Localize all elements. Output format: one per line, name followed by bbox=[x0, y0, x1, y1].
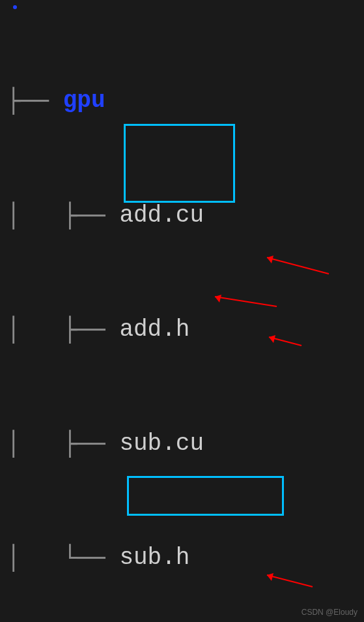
watermark: CSDN @Eloudy bbox=[301, 606, 357, 619]
dot-marker bbox=[13, 5, 17, 9]
file-sub-h: sub.h bbox=[119, 539, 189, 577]
file-sub-cu: sub.cu bbox=[119, 425, 204, 463]
file-add-cu: add.cu bbox=[119, 197, 204, 235]
dir-gpu: gpu bbox=[63, 82, 105, 120]
file-add-h: add.h bbox=[119, 311, 189, 349]
file-tree: ├── gpu │ ├── add.cu │ ├── add.h │ ├── s… bbox=[7, 7, 357, 622]
